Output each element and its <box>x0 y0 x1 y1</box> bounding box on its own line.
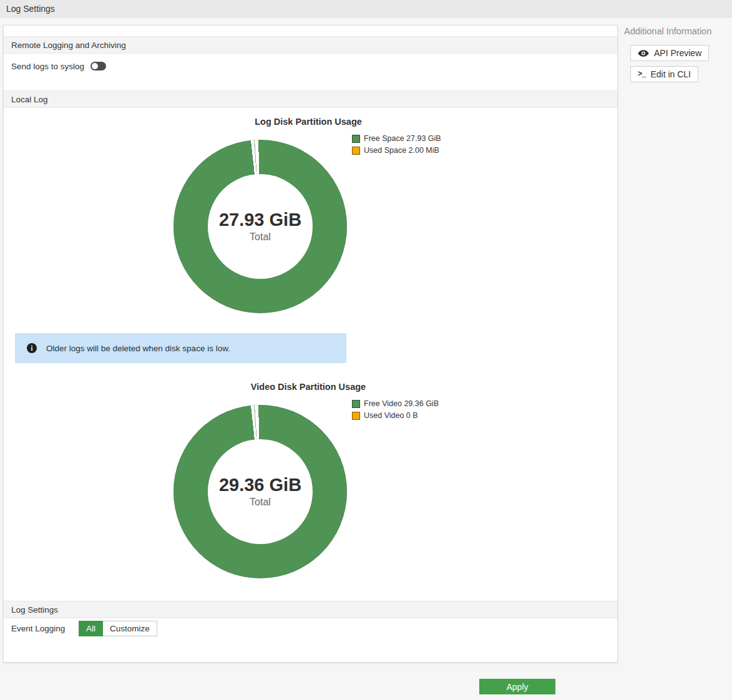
legend-swatch-used-icon <box>352 147 360 155</box>
legend-swatch-used-icon <box>352 412 360 420</box>
donut-center: 29.36 GiB Total <box>208 439 313 544</box>
edit-in-cli-label: Edit in CLI <box>650 69 691 79</box>
donut-total-label: Total <box>250 497 271 508</box>
info-banner-text: Older logs will be deleted when disk spa… <box>46 344 230 353</box>
breadcrumb-bar: Log Settings <box>0 0 732 17</box>
api-preview-label: API Preview <box>654 48 701 58</box>
api-preview-button[interactable]: API Preview <box>630 45 709 61</box>
syslog-label: Send logs to syslog <box>11 62 84 71</box>
donut-chart: 29.36 GiB Total <box>173 405 347 578</box>
legend-swatch-free-icon <box>352 400 360 408</box>
chart-legend: Free Space 27.93 GiB Used Space 2.00 MiB <box>352 134 441 158</box>
additional-information-title: Additional Information <box>624 26 732 36</box>
additional-information-panel: Additional Information API Preview >_ Ed… <box>624 26 732 87</box>
legend-item-used: Used Video 0 B <box>352 411 439 420</box>
legend-label-used: Used Video 0 B <box>364 411 418 420</box>
section-local-log: Local Log <box>4 90 617 108</box>
syslog-row: Send logs to syslog <box>11 58 106 74</box>
section-local-log-title: Local Log <box>11 95 48 104</box>
log-settings-card: Remote Logging and Archiving Send logs t… <box>3 25 618 663</box>
video-disk-chart: Video Disk Partition Usage 29.36 GiB Tot… <box>173 382 443 630</box>
eye-icon <box>638 49 649 57</box>
donut-total-value: 27.93 GiB <box>219 210 301 230</box>
chart-title: Video Disk Partition Usage <box>173 382 443 392</box>
chart-legend: Free Video 29.36 GiB Used Video 0 B <box>352 399 439 423</box>
donut-total-value: 29.36 GiB <box>219 475 301 495</box>
event-logging-label: Event Logging <box>11 624 79 633</box>
log-disk-chart: Log Disk Partition Usage 27.93 GiB Total… <box>173 117 443 365</box>
event-logging-row: Event Logging All Customize <box>11 621 157 636</box>
terminal-icon: >_ <box>638 70 645 79</box>
event-logging-option-all[interactable]: All <box>79 621 103 636</box>
legend-item-free: Free Video 29.36 GiB <box>352 399 439 408</box>
event-logging-option-customize[interactable]: Customize <box>103 621 157 636</box>
info-icon: i <box>27 343 37 353</box>
donut-chart: 27.93 GiB Total <box>173 140 347 313</box>
chart-title: Log Disk Partition Usage <box>173 117 443 127</box>
donut-total-label: Total <box>250 231 271 243</box>
syslog-toggle[interactable] <box>90 62 106 70</box>
section-log-settings: Log Settings <box>4 601 617 618</box>
legend-label-free: Free Video 29.36 GiB <box>364 399 439 408</box>
edit-in-cli-button[interactable]: >_ Edit in CLI <box>630 66 698 82</box>
toggle-knob-icon <box>92 63 98 69</box>
section-remote-logging: Remote Logging and Archiving <box>4 36 617 54</box>
legend-label-free: Free Space 27.93 GiB <box>364 134 441 143</box>
legend-item-free: Free Space 27.93 GiB <box>352 134 441 143</box>
legend-item-used: Used Space 2.00 MiB <box>352 146 441 155</box>
info-banner: i Older logs will be deleted when disk s… <box>15 333 346 363</box>
donut-center: 27.93 GiB Total <box>208 174 313 279</box>
page-title: Log Settings <box>6 4 55 14</box>
section-remote-logging-title: Remote Logging and Archiving <box>11 41 126 50</box>
legend-swatch-free-icon <box>352 135 360 143</box>
legend-label-used: Used Space 2.00 MiB <box>364 146 439 155</box>
apply-button[interactable]: Apply <box>479 679 555 694</box>
section-log-settings-title: Log Settings <box>11 605 58 615</box>
